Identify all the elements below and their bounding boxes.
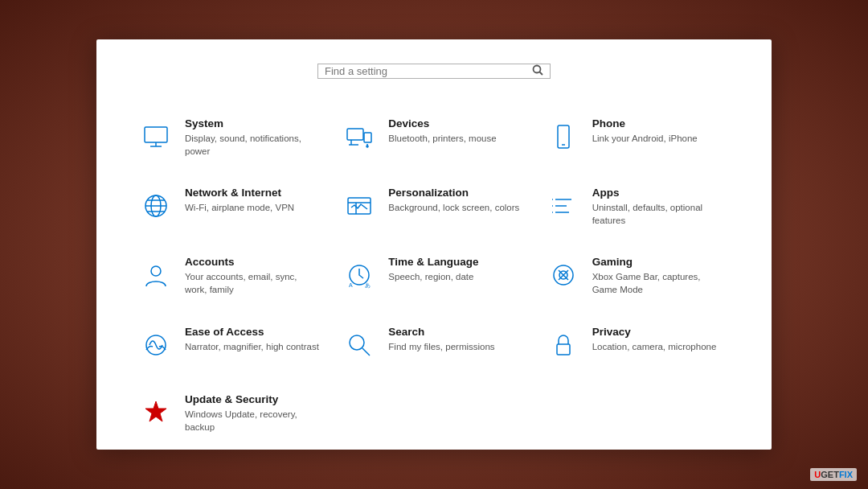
system-subtitle: Display, sound, notifications, power (185, 132, 319, 158)
settings-item-phone[interactable]: Phone Link your Android, iPhone (536, 103, 739, 172)
update-icon (137, 393, 175, 432)
settings-item-search[interactable]: Search Find my files, permissions (332, 311, 535, 379)
settings-item-update[interactable]: Update & Security Windows Update, recove… (129, 379, 332, 448)
settings-item-apps[interactable]: Apps Uninstall, defaults, optional featu… (536, 172, 739, 241)
accounts-icon (137, 256, 175, 294)
personalization-title: Personalization (388, 187, 519, 199)
apps-subtitle: Uninstall, defaults, optional features (592, 201, 727, 227)
update-title: Update & Security (185, 393, 319, 405)
ease-subtitle: Narrator, magnifier, high contrast (185, 340, 319, 353)
time-title: Time & Language (388, 256, 478, 268)
svg-text:あ: あ (365, 282, 371, 289)
privacy-subtitle: Location, camera, microphone (592, 340, 717, 353)
network-title: Network & Internet (185, 187, 294, 199)
search-button[interactable] (526, 64, 550, 78)
svg-line-1 (540, 72, 543, 76)
update-subtitle: Windows Update, recovery, backup (185, 408, 319, 434)
settings-grid: System Display, sound, notifications, po… (129, 103, 739, 448)
settings-item-gaming[interactable]: Gaming Xbox Game Bar, captures, Game Mod… (536, 241, 739, 310)
gaming-subtitle: Xbox Game Bar, captures, Game Mode (592, 270, 727, 296)
svg-marker-39 (145, 401, 166, 421)
search-subtitle: Find my files, permissions (388, 340, 494, 353)
devices-icon (340, 117, 379, 156)
network-icon (137, 187, 175, 225)
privacy-icon (544, 326, 583, 364)
time-subtitle: Speech, region, date (388, 270, 478, 283)
phone-icon (544, 117, 583, 156)
gaming-icon (544, 256, 583, 294)
personalization-subtitle: Background, lock screen, colors (388, 201, 519, 214)
svg-point-0 (534, 66, 541, 73)
apps-icon (544, 187, 583, 225)
settings-item-ease[interactable]: Ease of Access Narrator, magnifier, high… (129, 311, 332, 379)
search-bar[interactable] (317, 64, 551, 79)
settings-item-accounts[interactable]: Accounts Your accounts, email, sync, wor… (129, 241, 332, 310)
svg-point-27 (151, 266, 161, 276)
ease-title: Ease of Access (185, 326, 319, 338)
accounts-subtitle: Your accounts, email, sync, work, family (185, 270, 319, 296)
settings-item-privacy[interactable]: Privacy Location, camera, microphone (536, 311, 739, 379)
settings-window: System Display, sound, notifications, po… (96, 39, 772, 450)
phone-title: Phone (592, 117, 698, 129)
search-icon (340, 326, 379, 364)
settings-item-devices[interactable]: Devices Bluetooth, printers, mouse (332, 103, 535, 172)
search-input[interactable] (318, 65, 526, 77)
system-title: System (185, 117, 319, 129)
network-subtitle: Wi-Fi, airplane mode, VPN (185, 201, 294, 214)
phone-subtitle: Link your Android, iPhone (592, 132, 698, 145)
svg-rect-6 (364, 133, 371, 142)
apps-title: Apps (592, 187, 727, 199)
settings-item-time[interactable]: A あ Time & Language Speech, region, date (332, 241, 535, 310)
svg-point-36 (350, 335, 364, 350)
system-icon (137, 117, 175, 156)
settings-item-system[interactable]: System Display, sound, notifications, po… (129, 103, 332, 172)
personalization-icon (340, 187, 379, 225)
ease-icon (137, 326, 175, 364)
svg-point-8 (366, 146, 368, 147)
watermark: UGETFIX (810, 468, 857, 481)
settings-item-personalization[interactable]: Personalization Background, lock screen,… (332, 172, 535, 241)
svg-text:A: A (349, 282, 353, 288)
accounts-title: Accounts (185, 256, 319, 268)
svg-rect-2 (145, 127, 167, 142)
privacy-title: Privacy (592, 326, 717, 338)
svg-rect-38 (557, 344, 570, 355)
devices-title: Devices (388, 117, 496, 129)
svg-line-37 (362, 348, 370, 355)
devices-subtitle: Bluetooth, printers, mouse (388, 132, 496, 145)
time-icon: A あ (340, 256, 379, 294)
gaming-title: Gaming (592, 256, 727, 268)
settings-item-network[interactable]: Network & Internet Wi-Fi, airplane mode,… (129, 172, 332, 241)
search-title: Search (388, 326, 494, 338)
svg-rect-5 (347, 129, 363, 140)
